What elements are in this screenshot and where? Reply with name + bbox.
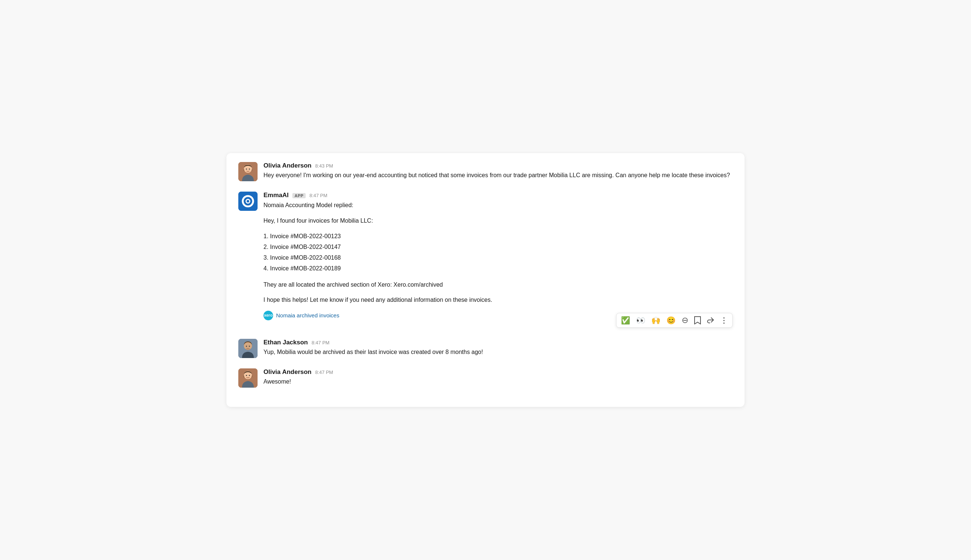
- timestamp: 8:47 PM: [315, 370, 333, 375]
- message-text: Awesome!: [264, 377, 733, 386]
- sender-name: EmmaAI: [264, 192, 289, 199]
- reaction-bar: ✅ 👀 🙌 😊 ⊖ ⋮: [616, 313, 733, 328]
- message-header: EmmaAI APP 8:47 PM: [264, 192, 733, 199]
- list-item: 4. Invoice #MOB-2022-00189: [264, 263, 733, 274]
- timestamp: 8:47 PM: [309, 193, 327, 198]
- xero-logo: xero: [264, 311, 273, 320]
- timestamp: 8:47 PM: [312, 340, 329, 345]
- app-badge: APP: [292, 193, 306, 198]
- svg-point-10: [246, 345, 247, 347]
- message-header: Olivia Anderson 8:43 PM: [264, 162, 733, 169]
- list-item: 1. Invoice #MOB-2022-00123: [264, 231, 733, 242]
- message-body: Ethan Jackson 8:47 PM Yup, Mobilia would…: [264, 339, 733, 357]
- reaction-bookmark[interactable]: [694, 316, 701, 324]
- reaction-forward[interactable]: [707, 317, 714, 323]
- message-body: Olivia Anderson 8:43 PM Hey everyone! I'…: [264, 162, 733, 180]
- svg-point-15: [249, 375, 250, 376]
- emma-message-content: Nomaia Accounting Model replied: Hey, I …: [264, 200, 733, 320]
- reaction-raised-hands[interactable]: 🙌: [651, 316, 661, 325]
- avatar: [238, 162, 257, 181]
- svg-point-2: [246, 169, 247, 170]
- message-row: Olivia Anderson 8:43 PM Hey everyone! I'…: [238, 162, 733, 181]
- timestamp: 8:43 PM: [315, 163, 333, 169]
- avatar: [238, 192, 257, 211]
- avatar: [238, 339, 257, 358]
- svg-point-3: [249, 169, 250, 170]
- emma-intro: Hey, I found four invoices for Mobilia L…: [264, 216, 733, 226]
- xero-link-label[interactable]: Nomaia archived invoices: [276, 311, 339, 320]
- location-text: They are all located the archived sectio…: [264, 280, 733, 290]
- message-body: Olivia Anderson 8:47 PM Awesome!: [264, 368, 733, 386]
- svg-point-14: [246, 375, 247, 376]
- closing-text: I hope this helps! Let me know if you ne…: [264, 295, 733, 305]
- svg-point-11: [249, 345, 250, 347]
- sender-name: Olivia Anderson: [264, 162, 312, 169]
- list-item: 3. Invoice #MOB-2022-00168: [264, 253, 733, 263]
- message-row: Olivia Anderson 8:47 PM Awesome!: [238, 368, 733, 388]
- invoice-list: 1. Invoice #MOB-2022-00123 2. Invoice #M…: [264, 231, 733, 274]
- replied-by: Nomaia Accounting Model replied:: [264, 200, 733, 210]
- reaction-eyes[interactable]: 👀: [636, 316, 646, 325]
- reaction-smile[interactable]: 😊: [666, 316, 676, 325]
- message-header: Olivia Anderson 8:47 PM: [264, 368, 733, 376]
- message-body: EmmaAI APP 8:47 PM Nomaia Accounting Mod…: [264, 192, 733, 320]
- message-header: Ethan Jackson 8:47 PM: [264, 339, 733, 346]
- sender-name: Ethan Jackson: [264, 339, 308, 346]
- list-item: 2. Invoice #MOB-2022-00147: [264, 242, 733, 253]
- message-text: Hey everyone! I'm working on our year-en…: [264, 171, 733, 180]
- chat-container: Olivia Anderson 8:43 PM Hey everyone! I'…: [227, 153, 744, 407]
- avatar: [238, 368, 257, 388]
- sender-name: Olivia Anderson: [264, 368, 312, 376]
- message-text: Yup, Mobilia would be archived as their …: [264, 348, 733, 357]
- reaction-minus[interactable]: ⊖: [682, 315, 688, 325]
- message-row: EmmaAI APP 8:47 PM Nomaia Accounting Mod…: [238, 192, 733, 320]
- message-row: Ethan Jackson 8:47 PM Yup, Mobilia would…: [238, 339, 733, 358]
- reaction-check[interactable]: ✅: [621, 316, 630, 325]
- reaction-more[interactable]: ⋮: [720, 316, 728, 325]
